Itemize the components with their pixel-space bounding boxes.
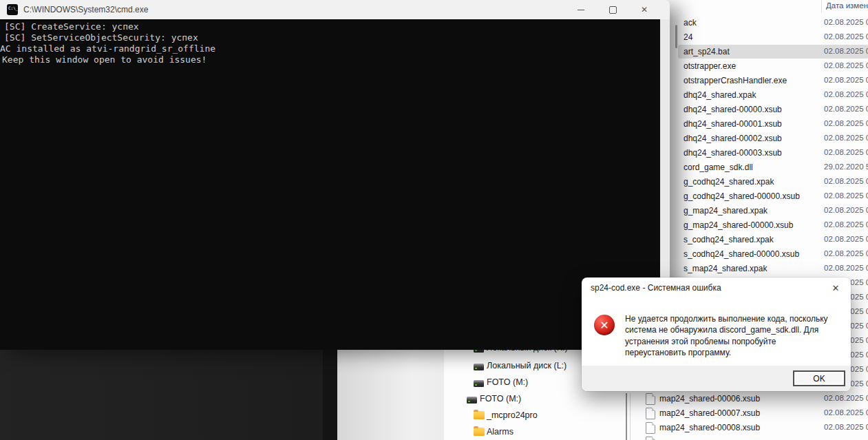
file-name: dhq24_shared-00000.xsub	[684, 105, 782, 114]
file-name: g_codhq24_shared.xpak	[684, 177, 774, 187]
file-name: map24_shared-00006.xsub	[659, 394, 760, 404]
tree-item-label: _mcpro24pro	[487, 410, 538, 420]
file-row[interactable]: map24_shared-00007.xsub 02.08.2025 0	[0, 406, 868, 420]
file-date: 29.02.2020 5	[824, 163, 868, 171]
date-column-header[interactable]: Дата измен	[826, 1, 868, 10]
maximize-icon	[609, 6, 617, 14]
close-button[interactable]: ✕	[628, 0, 660, 19]
file-name: s_map24_shared.xpak	[684, 264, 767, 273]
tree-item-label: Локальный диск (L:)	[487, 361, 567, 370]
file-date: 02.08.2025 0	[824, 61, 868, 70]
file-name: dhq24_shared-00002.xsub	[684, 134, 782, 143]
file-date: 02.08.2025 0	[824, 119, 868, 127]
file-date: 02.08.2025 0	[824, 264, 868, 272]
file-name: otstrapper.exe	[684, 61, 736, 71]
file-date: 02.08.2025 0	[824, 76, 868, 84]
dialog-close-icon: ✕	[832, 283, 840, 293]
file-date: 02.08.2025 0	[824, 235, 868, 243]
file-name: art_sp24.bat	[684, 47, 730, 56]
file-name: g_map24_shared.xpak	[684, 206, 768, 216]
file-date: 02.08.2025 0	[824, 32, 868, 41]
minimize-button[interactable]	[565, 0, 597, 19]
file-icon	[646, 422, 655, 434]
file-icon	[646, 437, 655, 440]
file-name: map24_shared-00007.xsub	[659, 408, 760, 418]
cmd-titlebar[interactable]: C:\_ C:\WINDOWS\System32\cmd.exe ✕	[0, 0, 670, 19]
file-name: cord_game_sdk.dll	[684, 163, 753, 172]
ok-button[interactable]: OK	[793, 370, 845, 386]
file-date: 02.08.2025 0	[824, 18, 868, 26]
file-date: 02.08.2025 0	[824, 249, 868, 258]
file-name: g_codhq24_shared-00000.xsub	[684, 191, 800, 201]
folder-icon	[474, 428, 485, 436]
file-icon	[646, 408, 655, 419]
tree-item-label: FOTO (M:)	[487, 377, 528, 387]
file-date: 02.08.2025 0	[824, 134, 868, 142]
error-dialog: sp24-cod.exe - Системная ошибка ✕ ✕ Не у…	[582, 277, 851, 391]
file-name: g_map24_shared-00000.xsub	[684, 220, 793, 230]
tree-item-label: FOTO (M:)	[480, 394, 521, 404]
file-date: 02.08.2025 0	[824, 206, 868, 214]
file-name: dhq24_shared-00001.xsub	[684, 119, 782, 129]
desktop: Дата измен ack 02.08.2025 0 24 02.08.202…	[0, 0, 868, 440]
close-icon: ✕	[641, 5, 648, 14]
file-date: 02.08.2025 0	[824, 408, 868, 417]
file-date: 02.08.2025 0	[824, 90, 868, 98]
dialog-message: Не удается продолжить выполнение кода, п…	[625, 313, 835, 358]
cmd-icon: C:\_	[7, 4, 18, 15]
file-name: map24_shared-00008.xsub	[659, 423, 760, 432]
file-name: ack	[684, 18, 697, 28]
file-name: s_codhq24_shared.xpak	[684, 235, 774, 244]
file-date: 02.08.2025 0	[824, 177, 868, 185]
file-name: otstrapperCrashHandler.exe	[684, 76, 787, 85]
file-date: 02.08.2025 0	[824, 148, 868, 156]
dialog-close-button[interactable]: ✕	[826, 279, 845, 297]
minimize-icon	[578, 10, 584, 10]
cmd-window: C:\_ C:\WINDOWS\System32\cmd.exe ✕ [SC] …	[0, 0, 670, 350]
dialog-title: sp24-cod.exe - Системная ошибка	[591, 283, 721, 293]
drive-icon	[474, 380, 484, 387]
drive-icon	[474, 364, 484, 370]
file-date: 02.08.2025 0	[824, 191, 868, 200]
file-date: 02.08.2025 0	[824, 220, 868, 229]
file-date: 02.08.2025 0	[824, 105, 868, 113]
file-date: 02.08.2025 0	[824, 423, 868, 431]
drive-icon	[467, 397, 477, 404]
file-name: dhq24_shared-00003.xsub	[684, 148, 782, 158]
console-output: [SC] CreateService: успех[SC] SetService…	[0, 19, 660, 350]
column-separator	[821, 0, 822, 13]
maximize-button[interactable]	[597, 0, 628, 19]
cmd-window-title: C:\WINDOWS\System32\cmd.exe	[23, 5, 148, 14]
file-date: 02.08.2025 0	[824, 47, 868, 55]
dialog-footer: OK	[582, 366, 851, 391]
folder-icon	[474, 411, 485, 419]
file-name: s_codhq24_shared-00000.xsub	[684, 249, 799, 259]
file-row[interactable]	[0, 435, 868, 440]
error-icon: ✕	[594, 315, 615, 335]
tree-item-label: Alarms	[487, 427, 514, 437]
file-date: 02.08.2025 0	[824, 394, 868, 402]
file-name: 24	[684, 32, 692, 42]
file-row[interactable]: map24_shared-00008.xsub 02.08.2025 0	[0, 421, 868, 434]
file-row[interactable]: map24_shared-00006.xsub 02.08.2025 0	[0, 392, 868, 406]
file-name: dhq24_shared.xpak	[684, 90, 756, 100]
file-icon	[646, 393, 655, 405]
